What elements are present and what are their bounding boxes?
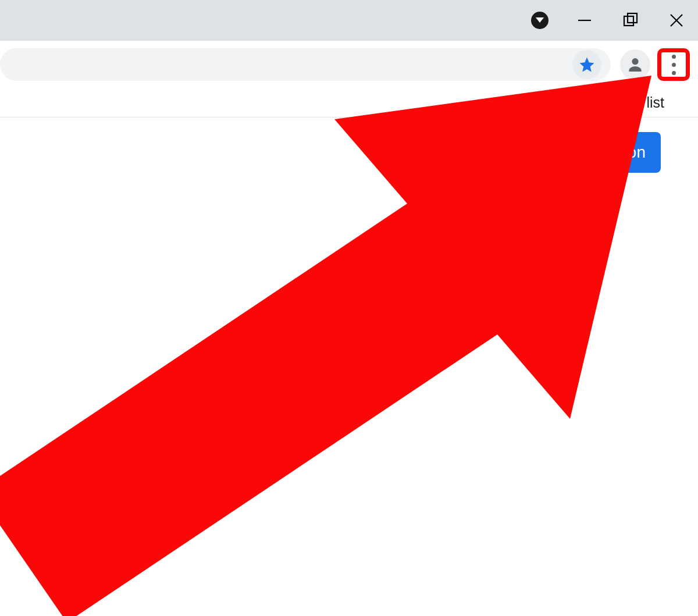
sign-in-button[interactable]: Iniciar sesión <box>536 132 661 173</box>
kebab-menu-icon[interactable] <box>672 55 676 75</box>
images-link[interactable]: Imágenes <box>439 143 510 162</box>
bookmarks-bar: Reading list <box>0 88 698 117</box>
reading-list-button[interactable]: Reading list <box>588 94 664 111</box>
close-button[interactable] <box>667 10 686 30</box>
gmail-link[interactable]: Gmail <box>371 143 413 162</box>
address-bar[interactable] <box>0 48 611 81</box>
maximize-button[interactable] <box>621 10 640 30</box>
reading-list-icon <box>562 97 579 109</box>
bookmark-star-icon[interactable] <box>572 50 601 79</box>
page-header-links: Gmail Imágenes Iniciar sesión <box>0 117 698 187</box>
account-dropdown-icon[interactable] <box>531 12 549 29</box>
profile-avatar-icon[interactable] <box>620 49 650 80</box>
chrome-menu-highlight <box>657 48 690 81</box>
svg-rect-2 <box>628 13 637 23</box>
svg-rect-1 <box>624 16 633 26</box>
browser-toolbar <box>0 41 698 88</box>
minimize-button[interactable] <box>575 10 594 30</box>
window-titlebar <box>0 0 698 41</box>
svg-point-5 <box>632 58 638 65</box>
bookmarks-divider <box>549 93 550 113</box>
